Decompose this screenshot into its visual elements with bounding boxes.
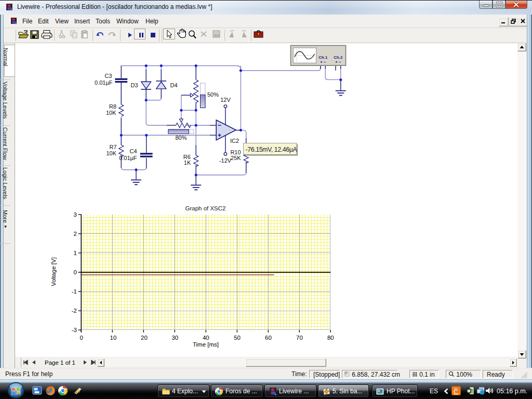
- svg-text:Time [ms]: Time [ms]: [193, 341, 219, 348]
- svg-text:-2: -2: [72, 308, 77, 314]
- svg-text:+ −: + −: [320, 60, 326, 64]
- svg-text:1: 1: [74, 250, 77, 256]
- svg-text:10K: 10K: [106, 150, 116, 156]
- svg-text:Ch.2: Ch.2: [334, 55, 343, 60]
- svg-text:R6: R6: [183, 154, 191, 160]
- svg-text:2: 2: [74, 231, 77, 237]
- svg-text:Page 1 of 1: Page 1 of 1: [45, 360, 75, 366]
- svg-text:10K: 10K: [106, 110, 116, 116]
- svg-text:-1: -1: [72, 288, 77, 295]
- svg-text:50%: 50%: [207, 91, 219, 98]
- svg-text:3: 3: [74, 211, 77, 218]
- svg-text:IC2: IC2: [230, 138, 239, 144]
- svg-text:R8: R8: [109, 103, 116, 110]
- svg-text:1K: 1K: [184, 159, 191, 166]
- svg-text:40: 40: [203, 335, 209, 341]
- svg-text:25K: 25K: [231, 155, 241, 161]
- svg-text:R7: R7: [109, 144, 116, 150]
- svg-text:60: 60: [265, 335, 272, 341]
- svg-text:-3: -3: [72, 327, 77, 333]
- svg-text:0: 0: [80, 335, 83, 341]
- svg-text:Ch.1: Ch.1: [318, 55, 328, 60]
- svg-text:-76.15mV, 12.46µA: -76.15mV, 12.46µA: [246, 146, 298, 153]
- svg-text:12V: 12V: [220, 97, 231, 103]
- svg-text:+ −: + −: [335, 60, 341, 64]
- svg-text:Graph of XSC2: Graph of XSC2: [185, 205, 226, 211]
- svg-text:C4: C4: [130, 148, 137, 154]
- svg-text:0.01µF: 0.01µF: [119, 155, 137, 161]
- svg-text:20: 20: [141, 335, 148, 341]
- svg-text:D4: D4: [170, 82, 178, 88]
- svg-text:C3: C3: [104, 73, 112, 79]
- svg-text:0.01µF: 0.01µF: [95, 79, 113, 86]
- svg-text:80%: 80%: [176, 135, 187, 141]
- svg-text:50: 50: [234, 335, 241, 341]
- svg-text:10: 10: [110, 335, 117, 341]
- svg-text:0: 0: [74, 269, 77, 275]
- svg-text:D3: D3: [131, 82, 138, 88]
- svg-text:80: 80: [327, 335, 334, 341]
- svg-text:-12V: -12V: [219, 157, 232, 164]
- svg-text:30: 30: [171, 335, 178, 341]
- svg-text:R10: R10: [230, 149, 241, 155]
- svg-text:Voltage [V]: Voltage [V]: [50, 257, 57, 286]
- svg-text:70: 70: [296, 335, 303, 341]
